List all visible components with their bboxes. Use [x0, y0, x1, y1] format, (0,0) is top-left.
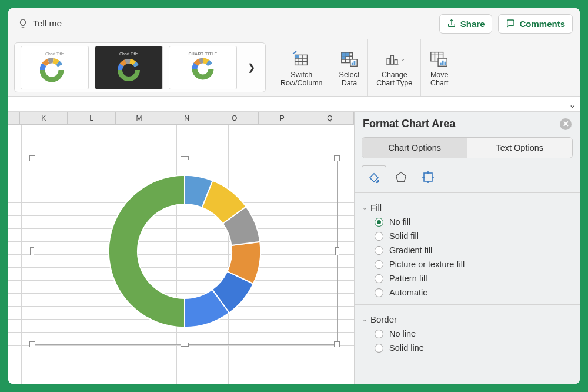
- fill-option-solid-fill[interactable]: Solid fill: [375, 231, 572, 241]
- resize-handle[interactable]: [335, 247, 339, 255]
- gallery-more-button[interactable]: ❯: [243, 46, 259, 89]
- resize-handle[interactable]: [30, 247, 34, 255]
- fill-line-category[interactable]: [362, 165, 386, 189]
- panel-category-icons: [355, 161, 580, 189]
- svg-rect-37: [390, 55, 393, 64]
- column-header[interactable]: O: [211, 112, 259, 124]
- chart-style-thumb-2[interactable]: Chart Title: [95, 46, 163, 89]
- paint-bucket-icon: [367, 170, 381, 184]
- formula-bar-strip: ⌄: [8, 97, 580, 112]
- fill-section-header[interactable]: ⌵ Fill: [355, 197, 580, 216]
- strip-dropdown[interactable]: ⌄: [566, 98, 579, 111]
- panel-tabs: Chart Options Text Options: [362, 137, 573, 158]
- svg-rect-38: [395, 59, 397, 64]
- svg-rect-29: [342, 52, 346, 56]
- fill-options: No fill Solid fill Gradient fill Picture…: [355, 216, 580, 301]
- tell-me-label: Tell me: [33, 18, 62, 29]
- svg-marker-47: [396, 172, 406, 182]
- panel-title: Format Chart Area: [363, 118, 455, 130]
- svg-rect-30: [345, 52, 349, 56]
- close-icon: ✕: [563, 119, 569, 128]
- select-data-icon: [339, 50, 359, 68]
- change-chart-type-icon: [385, 50, 400, 68]
- format-chart-area-panel: Format Chart Area ✕ Chart Options Text O…: [354, 112, 580, 384]
- tell-me-search[interactable]: Tell me: [18, 18, 62, 29]
- fill-option-no-fill[interactable]: No fill: [375, 217, 572, 227]
- resize-handle[interactable]: [181, 156, 189, 160]
- chart-style-thumb-3[interactable]: CHART TITLE: [169, 46, 237, 89]
- ribbon: Chart Title Chart Title CHART TITLE ❯ Sw…: [8, 39, 580, 97]
- svg-rect-33: [352, 62, 353, 65]
- size-icon: [421, 170, 435, 184]
- comment-icon: [506, 19, 515, 28]
- tab-text-options[interactable]: Text Options: [467, 138, 573, 158]
- switch-row-column-button[interactable]: SwitchRow/Column: [272, 39, 331, 96]
- title-bar: Tell me Share Comments: [8, 8, 580, 39]
- border-section-header[interactable]: ⌵ Border: [355, 308, 580, 328]
- svg-rect-46: [445, 61, 446, 65]
- chevron-right-icon: ❯: [248, 62, 255, 73]
- doughnut-chart: [32, 158, 337, 344]
- svg-rect-23: [295, 55, 299, 58]
- svg-rect-31: [342, 56, 346, 59]
- chevron-down-icon: ⌵: [401, 55, 405, 62]
- svg-rect-32: [350, 59, 357, 66]
- comments-button[interactable]: Comments: [498, 14, 573, 34]
- fill-option-picture-texture-fill[interactable]: Picture or texture fill: [375, 260, 572, 269]
- column-header[interactable]: P: [259, 112, 306, 124]
- share-label: Share: [460, 19, 485, 29]
- switch-row-column-icon: [292, 50, 312, 68]
- change-chart-type-button[interactable]: ⌵ ChangeChart Type: [368, 39, 420, 96]
- column-header[interactable]: M: [116, 112, 163, 124]
- doughnut-mini-icon: [40, 57, 69, 83]
- fill-option-gradient-fill[interactable]: Gradient fill: [375, 245, 572, 255]
- resize-handle[interactable]: [334, 155, 340, 161]
- column-headers: K L M N O P Q: [8, 112, 354, 125]
- effects-category[interactable]: [389, 165, 413, 189]
- column-header[interactable]: N: [163, 112, 211, 124]
- column-header[interactable]: Q: [306, 112, 354, 124]
- chart-style-gallery: Chart Title Chart Title CHART TITLE ❯: [14, 42, 266, 92]
- chart-style-thumb-1[interactable]: Chart Title: [21, 46, 89, 89]
- doughnut-mini-icon: [114, 57, 143, 83]
- tab-chart-options[interactable]: Chart Options: [362, 138, 467, 158]
- column-header[interactable]: L: [68, 112, 115, 124]
- pentagon-icon: [395, 171, 407, 184]
- lightbulb-icon: [18, 18, 28, 29]
- border-option-solid-line[interactable]: Solid line: [375, 343, 572, 353]
- select-data-button[interactable]: SelectData: [331, 39, 368, 96]
- svg-rect-44: [440, 62, 442, 65]
- svg-rect-45: [442, 60, 444, 65]
- resize-handle[interactable]: [29, 155, 35, 161]
- fill-option-automatic[interactable]: Automatic: [375, 288, 572, 297]
- resize-handle[interactable]: [181, 343, 189, 347]
- worksheet-grid[interactable]: K L M N O P Q: [8, 112, 354, 384]
- move-chart-icon: [429, 50, 449, 68]
- close-panel-button[interactable]: ✕: [560, 118, 572, 130]
- fill-option-pattern-fill[interactable]: Pattern fill: [375, 274, 572, 283]
- border-options: No line Solid line: [355, 328, 580, 356]
- svg-rect-48: [424, 173, 432, 181]
- share-button[interactable]: Share: [439, 14, 493, 34]
- doughnut-mini-icon: [188, 57, 218, 83]
- embedded-chart[interactable]: [32, 158, 338, 345]
- size-properties-category[interactable]: [416, 165, 440, 189]
- resize-handle[interactable]: [334, 341, 340, 347]
- comments-label: Comments: [519, 19, 565, 29]
- chevron-down-icon: ⌵: [363, 315, 367, 323]
- app-window: Tell me Share Comments Chart Title Chart…: [8, 8, 580, 384]
- border-option-no-line[interactable]: No line: [375, 329, 572, 338]
- svg-rect-34: [353, 61, 355, 65]
- share-icon: [447, 19, 456, 28]
- chevron-down-icon: ⌄: [569, 99, 576, 110]
- svg-rect-36: [387, 58, 390, 64]
- resize-handle[interactable]: [29, 341, 35, 347]
- column-header[interactable]: K: [20, 112, 68, 124]
- move-chart-button[interactable]: MoveChart: [420, 39, 457, 96]
- chevron-down-icon: ⌵: [363, 204, 367, 211]
